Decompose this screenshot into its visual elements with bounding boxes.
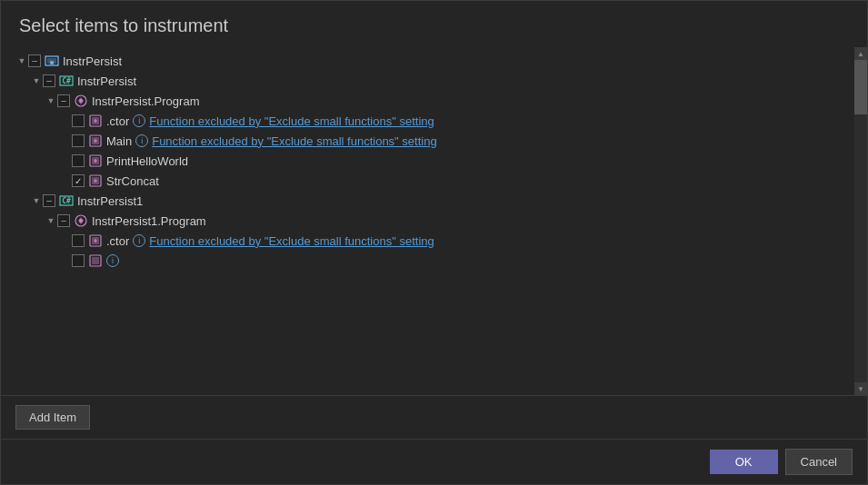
info-icon: i [106, 254, 119, 267]
expander-instrpersist[interactable]: ▼ [15, 54, 28, 67]
class-icon: C# [59, 74, 74, 88]
checkbox-instrpersist1-ctor[interactable] [72, 234, 85, 247]
checkbox-instrpersist-ns[interactable] [43, 74, 55, 87]
checkbox-printhelloworld[interactable] [72, 154, 85, 167]
tree-row: Main i Function excluded by "Exclude sma… [1, 131, 854, 151]
tree-row: ▼ C# InstrPersist1 [1, 191, 854, 211]
svg-rect-22 [92, 257, 99, 264]
assembly-icon: ▣ [45, 54, 59, 68]
node-label-instrpersist1-program: InstrPersist1.Program [92, 214, 206, 228]
checkbox-instrpersist-program[interactable] [57, 94, 70, 107]
scrollbar-thumb[interactable] [854, 60, 867, 114]
checkbox-instrpersist1[interactable] [43, 194, 55, 207]
checkbox-ctor[interactable] [72, 114, 85, 127]
dialog-title: Select items to instrument [19, 15, 849, 36]
info-icon: i [135, 134, 148, 147]
excluded-link-ctor[interactable]: Function excluded by "Exclude small func… [149, 114, 434, 128]
checkbox-strconcat[interactable]: ✓ [72, 174, 85, 187]
node-label-instrpersist1: InstrPersist1 [77, 194, 143, 208]
tree-row: .ctor i Function excluded by "Exclude sm… [1, 231, 854, 251]
class-icon: C# [59, 193, 74, 208]
node-label-main: Main [106, 134, 132, 148]
method-icon [88, 233, 103, 248]
title-bar: Select items to instrument [1, 1, 867, 47]
tree-row: ▼ C# InstrPersist [1, 71, 854, 91]
info-icon: i [133, 234, 145, 247]
method-icon [88, 153, 103, 168]
tree-row: .ctor i Function excluded by "Exclude sm… [1, 111, 854, 131]
checkbox-instrpersist1-more[interactable] [72, 254, 85, 267]
tree-area: ▼ ▣ InstrPersist ▼ [1, 47, 867, 395]
cancel-button[interactable]: Cancel [785, 449, 853, 475]
tree-row: ✓ StrConcat [1, 171, 854, 191]
excluded-link-main[interactable]: Function excluded by "Exclude small func… [152, 134, 436, 148]
dialog: Select items to instrument ▼ ▣ InstrPers… [0, 0, 868, 485]
method-icon [88, 134, 103, 148]
method-icon [88, 173, 103, 188]
node-label-instrpersist-program: InstrPersist.Program [92, 94, 199, 108]
footer-bar: OK Cancel [1, 439, 867, 484]
checkbox-instrpersist1-program[interactable] [57, 214, 70, 227]
expander-instrpersist1-program[interactable]: ▼ [45, 214, 57, 227]
scrollbar-up-btn[interactable]: ▲ [854, 47, 867, 60]
checkbox-main[interactable] [72, 134, 85, 147]
tree-row: ▼ InstrPersist.Program [1, 91, 854, 111]
method-icon [88, 253, 103, 268]
scrollbar-thumb-area [854, 60, 867, 382]
tree-row: i [1, 251, 854, 271]
scrollbar-track[interactable]: ▲ ▼ [854, 47, 867, 395]
ok-button[interactable]: OK [710, 450, 778, 474]
bottom-bar: Add Item [1, 395, 867, 439]
node-label-ctor: .ctor [106, 114, 129, 128]
tree-row: PrintHelloWorld [1, 151, 854, 171]
expander-instrpersist-program[interactable]: ▼ [45, 94, 57, 107]
tree-row: ▼ InstrPersist1.Program [1, 211, 854, 231]
info-icon: i [133, 114, 145, 127]
method-icon [88, 114, 103, 128]
add-item-button[interactable]: Add Item [15, 405, 90, 430]
tree-scroll[interactable]: ▼ ▣ InstrPersist ▼ [1, 47, 854, 395]
svg-text:C#: C# [62, 197, 71, 205]
checkbox-instrpersist[interactable] [28, 54, 41, 67]
namespace-icon [74, 213, 88, 228]
svg-point-6 [79, 99, 83, 103]
node-label-instrpersist: InstrPersist [63, 54, 122, 68]
excluded-link-instrpersist1-ctor[interactable]: Function excluded by "Exclude small func… [149, 234, 434, 248]
svg-point-18 [79, 219, 83, 223]
node-label-strconcat: StrConcat [106, 174, 159, 188]
expander-instrpersist1[interactable]: ▼ [30, 194, 43, 207]
namespace-icon [74, 94, 88, 108]
node-label-printhelloworld: PrintHelloWorld [106, 154, 188, 168]
node-label-instrpersist1-ctor: .ctor [106, 234, 129, 248]
tree-row: ▼ ▣ InstrPersist [1, 51, 854, 71]
scrollbar-down-btn[interactable]: ▼ [854, 382, 867, 395]
expander-instrpersist-ns[interactable]: ▼ [30, 74, 43, 87]
node-label-instrpersist-ns: InstrPersist [77, 74, 136, 88]
svg-text:C#: C# [62, 77, 71, 85]
